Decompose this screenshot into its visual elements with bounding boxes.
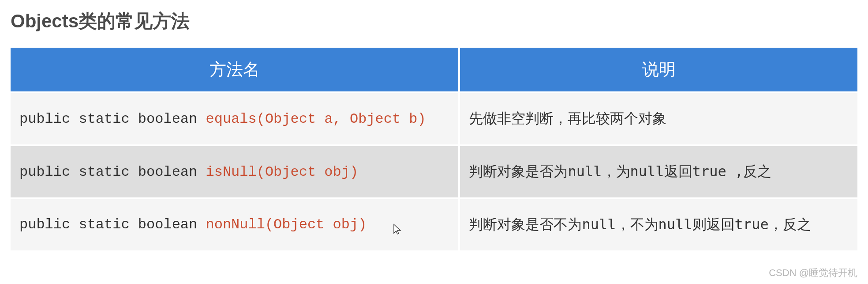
method-prefix: public static boolean [19,164,206,180]
method-signature-cell: public static boolean isNull(Object obj) [11,146,458,197]
table-row: public static boolean nonNull(Object obj… [11,199,857,250]
method-highlight: isNull(Object obj) [206,164,358,180]
method-highlight: equals(Object a, Object b) [206,111,426,127]
header-method: 方法名 [11,48,458,91]
methods-table: 方法名 说明 public static boolean equals(Obje… [9,46,859,252]
method-description-cell: 判断对象是否不为null，不为null则返回true，反之 [460,199,857,250]
cursor-icon [393,223,402,240]
method-description-cell: 判断对象是否为null，为null返回true ,反之 [460,146,857,197]
method-description-cell: 先做非空判断，再比较两个对象 [460,93,857,144]
method-signature-cell: public static boolean equals(Object a, O… [11,93,458,144]
header-description: 说明 [460,48,857,91]
method-prefix: public static boolean [19,216,206,233]
method-signature-cell: public static boolean nonNull(Object obj… [11,199,458,250]
table-row: public static boolean isNull(Object obj)… [11,146,857,197]
method-prefix: public static boolean [19,111,206,127]
method-highlight: nonNull(Object obj) [206,216,367,233]
page-title: Objects类的常见方法 [9,9,859,34]
table-row: public static boolean equals(Object a, O… [11,93,857,144]
